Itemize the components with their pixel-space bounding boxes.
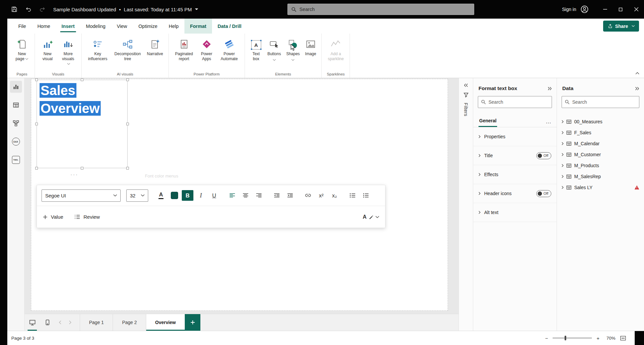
filters-funnel-button[interactable] [464,92,469,97]
global-search-input[interactable] [299,7,470,12]
desktop-layout-button[interactable] [25,314,40,331]
bulleted-list-button[interactable] [347,190,358,201]
page-tab-overview[interactable]: Overview [146,314,185,331]
section-header-icons[interactable]: Header icons Off [473,184,557,203]
decrease-indent-button[interactable] [271,190,282,201]
section-title[interactable]: Title Off [473,146,557,165]
shapes-button[interactable]: Shapes [284,36,302,62]
selected-textbox[interactable]: Sales Overview [37,80,128,168]
text-box-button[interactable]: A Text box [248,36,265,63]
italic-button[interactable]: I [195,190,207,201]
resize-handle-w[interactable] [35,123,38,125]
header-icons-toggle[interactable]: Off [536,190,551,197]
table-view-button[interactable] [10,99,22,111]
section-properties[interactable]: Properties [473,127,557,146]
decomposition-tree-button[interactable]: Decomposition tree [111,36,144,63]
highlight-color-button[interactable] [168,190,180,201]
sign-in-link[interactable]: Sign in [562,7,576,12]
avatar[interactable] [581,5,589,13]
insert-link-button[interactable] [302,190,314,201]
title-toggle[interactable]: Off [536,152,551,159]
share-button[interactable]: Share [603,21,639,32]
power-automate-button[interactable]: Power Automate [217,36,242,63]
table-row-sales-ly[interactable]: Sales LY [557,182,644,193]
tab-insert[interactable]: Insert [56,19,80,34]
tab-modeling[interactable]: Modeling [80,19,111,34]
report-view-button[interactable] [10,81,22,93]
font-color-button[interactable]: A [155,190,167,201]
zoom-slider[interactable] [553,338,592,338]
tab-optimize[interactable]: Optimize [133,19,163,34]
document-title[interactable]: Sample Dashboard Updated • Last saved: T… [53,7,198,12]
more-options-button[interactable]: … [546,119,551,127]
resize-handle-nw[interactable] [35,78,38,81]
align-left-button[interactable] [226,190,238,201]
format-search-box[interactable] [478,96,552,108]
resize-handle-sw[interactable] [35,167,38,170]
more-visuals-button[interactable]: More visuals [58,36,78,68]
tab-format[interactable]: Format [184,19,212,34]
close-button[interactable] [628,0,644,19]
collapse-format-pane-button[interactable] [548,87,552,90]
new-visual-button[interactable]: New visual [38,36,57,63]
resize-handle-e[interactable] [126,123,129,125]
resize-handle-ne[interactable] [126,78,129,81]
zoom-out-button[interactable]: − [545,335,548,341]
filters-pane-label[interactable]: Filters [463,103,469,116]
report-page[interactable]: Sales Overview ··· Font color menus [31,79,448,311]
tab-file[interactable]: File [13,19,32,34]
tab-home[interactable]: Home [32,19,56,34]
section-alt-text[interactable]: Alt text [473,203,557,222]
resize-handle-s[interactable] [81,167,83,170]
insert-value-button[interactable]: Value [43,214,63,220]
page-tab-1[interactable]: Page 1 [80,314,113,331]
table-row-m-customer[interactable]: M_Customer [557,149,644,160]
redo-button[interactable] [35,2,49,16]
collapse-ribbon-button[interactable] [635,72,639,74]
narrative-button[interactable]: Narrative [145,36,165,58]
buttons-button[interactable]: Buttons [265,36,283,62]
subscript-button[interactable]: x₂ [329,190,340,201]
table-row-00-measures[interactable]: 00_Measures [557,116,644,127]
increase-indent-button[interactable] [284,190,296,201]
paginated-report-button[interactable]: Paginated report [172,36,196,63]
align-right-button[interactable] [253,190,265,201]
data-search-box[interactable] [562,96,639,108]
superscript-button[interactable]: x² [315,190,327,201]
add-sparkline-button[interactable]: Add a sparkline [325,36,347,63]
warning-indicator[interactable] [634,185,639,190]
underline-button[interactable]: U [208,190,220,201]
dax-query-view-button[interactable]: DAX [10,136,22,148]
next-page-button[interactable] [65,314,75,331]
text-style-dropdown[interactable]: A [363,214,379,220]
visual-more-options-handle[interactable]: ··· [70,172,78,177]
image-button[interactable]: Image [303,36,318,58]
save-button[interactable] [7,2,21,16]
report-canvas[interactable]: Sales Overview ··· Font color menus [25,78,459,314]
section-effects[interactable]: Effects [473,165,557,184]
tab-help[interactable]: Help [163,19,184,34]
font-family-select[interactable]: Segoe UI [42,189,121,202]
tab-data-drill[interactable]: Data / Drill [212,19,247,34]
zoom-slider-handle[interactable] [565,336,566,340]
tab-general[interactable]: General [479,117,497,127]
font-size-select[interactable]: 32 [126,189,148,202]
data-search-input[interactable] [572,99,636,105]
table-row-m-salesrep[interactable]: M_SalesRep [557,171,644,182]
align-center-button[interactable] [240,190,251,201]
format-search-input[interactable] [488,99,549,105]
collapse-data-pane-button[interactable] [635,87,639,90]
fit-to-page-button[interactable] [620,336,626,341]
new-page-button[interactable]: New page [12,36,32,63]
model-view-button[interactable] [10,117,22,129]
previous-page-button[interactable] [55,314,65,331]
bold-button[interactable]: B [182,190,193,201]
global-search-box[interactable] [287,4,474,15]
maximize-button[interactable] [613,0,628,19]
mobile-layout-button[interactable] [40,314,55,331]
numbered-list-button[interactable] [360,190,372,201]
zoom-in-button[interactable]: + [596,335,599,341]
undo-button[interactable] [21,2,35,16]
review-button[interactable]: Review [74,214,100,220]
add-page-button[interactable] [185,314,200,331]
